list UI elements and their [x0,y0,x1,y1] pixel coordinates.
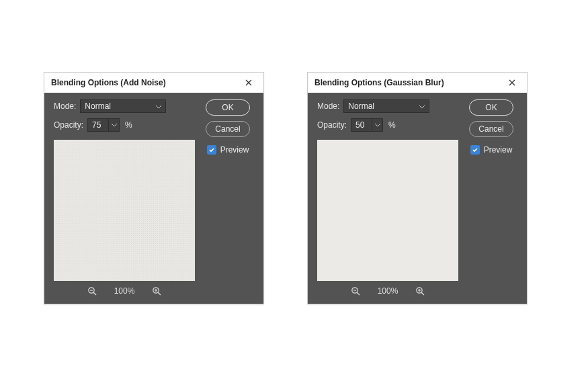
checkbox-checked-icon [207,145,216,155]
zoom-bar: 100% [54,281,195,297]
mode-row: Mode: Normal [317,99,452,113]
zoom-bar: 100% [317,281,458,297]
controls-right: OK Cancel Preview [202,99,254,155]
ok-button[interactable]: OK [206,99,250,116]
preview-label: Preview [484,145,513,155]
ok-button[interactable]: OK [469,99,513,116]
zoom-in-icon [415,286,425,296]
mode-value: Normal [85,101,111,111]
titlebar: Blending Options (Add Noise) [44,73,263,93]
svg-line-8 [357,292,360,295]
svg-line-4 [159,292,161,295]
controls-left: Mode: Normal Opacity: 50 % [317,99,452,137]
dialog-title: Blending Options (Gaussian Blur) [314,78,444,87]
mode-value: Normal [348,101,374,111]
zoom-out-icon [351,286,360,296]
mode-row: Mode: Normal [54,99,188,113]
blending-options-dialog: Blending Options (Gaussian Blur) Mode: N… [307,72,528,304]
opacity-value: 50 [351,120,372,130]
close-icon [245,79,252,86]
preview-label: Preview [220,145,249,155]
zoom-in-icon [152,286,161,296]
opacity-label: Opacity: [54,120,83,130]
mode-select[interactable]: Normal [80,99,166,113]
chevron-down-icon [375,124,380,127]
zoom-in-button[interactable] [415,286,425,296]
chevron-down-icon [156,101,161,111]
dialog-title: Blending Options (Add Noise) [51,78,166,87]
zoom-out-button[interactable] [351,286,360,296]
zoom-level: 100% [114,286,135,296]
blending-options-dialog: Blending Options (Add Noise) Mode: Norma… [44,72,264,304]
mode-label: Mode: [317,101,339,111]
close-icon [509,79,515,86]
opacity-dropdown-trigger[interactable] [108,119,119,131]
mode-label: Mode: [54,101,76,111]
cancel-button[interactable]: Cancel [469,121,513,137]
mode-select[interactable]: Normal [343,99,429,113]
controls-right: OK Cancel Preview [465,99,517,155]
preview-checkbox[interactable]: Preview [470,145,513,155]
opacity-unit: % [125,120,132,130]
opacity-dropdown-trigger[interactable] [372,119,382,131]
titlebar: Blending Options (Gaussian Blur) [308,73,527,93]
svg-line-1 [93,292,96,295]
preview-thumbnail [317,140,458,281]
zoom-in-button[interactable] [152,286,161,296]
opacity-input[interactable]: 75 [87,118,120,132]
checkbox-checked-icon [470,145,480,155]
preview-thumbnail [54,140,195,281]
close-button[interactable] [503,75,521,90]
cancel-button[interactable]: Cancel [206,121,250,137]
zoom-out-icon [87,286,97,296]
chevron-down-icon [419,101,425,111]
opacity-row: Opacity: 75 % [54,118,188,132]
zoom-level: 100% [378,286,398,296]
svg-line-11 [422,292,425,295]
opacity-row: Opacity: 50 % [317,118,452,132]
close-button[interactable] [239,75,258,90]
dialog-body: Mode: Normal Opacity: 50 % [308,93,527,304]
opacity-label: Opacity: [317,120,347,130]
opacity-input[interactable]: 50 [351,118,383,132]
zoom-out-button[interactable] [87,286,97,296]
controls-left: Mode: Normal Opacity: 75 % [54,99,188,137]
opacity-value: 75 [88,120,108,130]
dialog-body: Mode: Normal Opacity: 75 % [44,93,263,304]
preview-checkbox[interactable]: Preview [207,145,249,155]
chevron-down-icon [112,124,117,127]
opacity-unit: % [388,120,396,130]
